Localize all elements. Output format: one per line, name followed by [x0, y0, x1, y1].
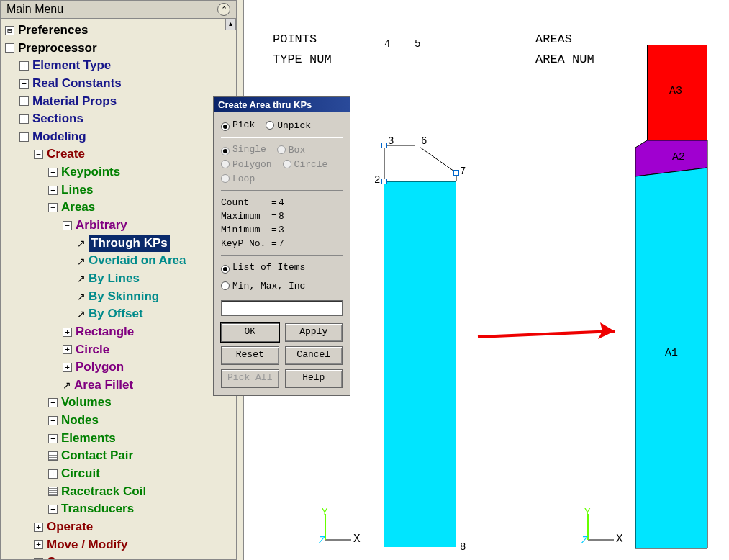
expand-icon[interactable]: +: [63, 328, 72, 337]
help-button[interactable]: Help: [285, 369, 343, 388]
expand-icon[interactable]: +: [34, 558, 43, 559]
tree-item-label[interactable]: Real Constants: [32, 75, 122, 93]
tree-item-label[interactable]: By Offset: [89, 305, 143, 323]
tree-item-label[interactable]: Modeling: [32, 128, 86, 146]
collapse-icon[interactable]: −: [19, 132, 29, 142]
tree-item[interactable]: +Copy: [4, 554, 236, 559]
tree-item[interactable]: −Arbitrary: [4, 217, 236, 235]
kp3-marker[interactable]: [381, 143, 387, 148]
reset-button[interactable]: Reset: [221, 346, 279, 365]
tree-item[interactable]: +Operate: [4, 518, 236, 536]
tree-item-label[interactable]: Material Props: [32, 93, 117, 111]
kp7-marker[interactable]: [453, 170, 459, 176]
tree-item-label[interactable]: Transducers: [61, 500, 134, 518]
tree-item[interactable]: Racetrack Coil: [4, 483, 236, 501]
tree-item-label[interactable]: By Skinning: [89, 288, 159, 306]
tree-item[interactable]: −Create: [4, 145, 236, 163]
cancel-button[interactable]: Cancel: [285, 346, 343, 365]
tree-item[interactable]: +Real Constants: [4, 75, 236, 93]
collapse-icon[interactable]: −: [48, 203, 58, 212]
tree-item-label[interactable]: Polygon: [76, 358, 124, 376]
tree-item-label[interactable]: Circuit: [61, 465, 100, 483]
tree-item[interactable]: −Areas: [4, 199, 236, 217]
tree-item[interactable]: −Preprocessor: [4, 40, 236, 58]
collapse-icon[interactable]: −: [34, 150, 43, 159]
expand-icon[interactable]: +: [48, 398, 58, 407]
kp2-marker[interactable]: [381, 179, 387, 184]
tree-item-label[interactable]: Through KPs: [89, 235, 170, 253]
tree-item-label[interactable]: Lines: [61, 181, 93, 199]
expand-icon[interactable]: +: [63, 363, 72, 372]
tree-item-label[interactable]: Keypoints: [61, 163, 120, 181]
collapse-button[interactable]: ⌃: [217, 3, 230, 16]
tree-item-label[interactable]: Create: [47, 145, 85, 163]
tree-item-label[interactable]: Racetrack Coil: [61, 483, 146, 501]
tree-item-label[interactable]: By Lines: [89, 270, 140, 288]
tree-item[interactable]: +Rectangle: [4, 323, 236, 341]
expand-icon[interactable]: +: [34, 523, 43, 532]
tree-item[interactable]: ↗Through KPs: [4, 235, 236, 253]
list-input[interactable]: [221, 300, 343, 316]
scroll-up-button[interactable]: ▴: [225, 19, 236, 30]
expand-icon[interactable]: +: [48, 434, 58, 443]
tree-item[interactable]: +Transducers: [4, 500, 236, 518]
tree-item-label[interactable]: Arbitrary: [76, 217, 127, 235]
collapse-icon[interactable]: −: [63, 221, 72, 230]
expand-icon[interactable]: +: [48, 168, 58, 177]
tree-item[interactable]: Contact Pair: [4, 447, 236, 465]
tree-item-label[interactable]: Rectangle: [76, 323, 134, 341]
tree-item-label[interactable]: Nodes: [61, 412, 99, 430]
radio-pick[interactable]: Pick: [221, 119, 255, 131]
tree-item[interactable]: +Circuit: [4, 465, 236, 483]
tree-item[interactable]: ⊟Preferences: [4, 22, 236, 40]
expand-icon[interactable]: +: [19, 96, 29, 106]
tree-item-label[interactable]: Elements: [61, 430, 116, 448]
tree-item[interactable]: +Volumes: [4, 394, 236, 412]
tree-item[interactable]: ↗By Offset: [4, 305, 236, 323]
tree-item[interactable]: +Nodes: [4, 412, 236, 430]
tree-item[interactable]: ↗By Skinning: [4, 288, 236, 306]
kp6-marker[interactable]: [415, 143, 420, 148]
expand-icon[interactable]: +: [48, 469, 58, 479]
tree-item[interactable]: +Sections: [4, 110, 236, 128]
tree-item-label[interactable]: Area Fillet: [74, 376, 133, 394]
tree-item[interactable]: ↗Overlaid on Area: [4, 252, 236, 270]
tree-item-label[interactable]: Copy: [47, 554, 78, 559]
tree-item[interactable]: +Material Props: [4, 93, 236, 111]
tree-item[interactable]: ↗By Lines: [4, 270, 236, 288]
tree-item-label[interactable]: Areas: [61, 199, 95, 217]
expand-icon[interactable]: +: [63, 345, 72, 354]
expand-icon[interactable]: +: [19, 114, 29, 124]
tree-item[interactable]: +Keypoints: [4, 163, 236, 181]
expand-icon[interactable]: +: [48, 416, 58, 425]
collapse-icon[interactable]: ⊟: [5, 26, 14, 35]
expand-icon[interactable]: +: [34, 540, 43, 549]
radio-list-items[interactable]: List of Items: [221, 262, 305, 273]
radio-minmax[interactable]: Min, Max, Inc: [221, 280, 305, 292]
tree-item-label[interactable]: Move / Modify: [47, 536, 127, 554]
tree-item-label[interactable]: Volumes: [61, 394, 112, 412]
tree-item[interactable]: +Elements: [4, 430, 236, 448]
expand-icon[interactable]: +: [19, 79, 29, 89]
tree-item[interactable]: −Modeling: [4, 128, 236, 146]
tree-item-label[interactable]: Preprocessor: [18, 40, 97, 58]
tree-item-label[interactable]: Overlaid on Area: [89, 252, 186, 270]
expand-icon[interactable]: +: [19, 61, 29, 71]
expand-icon[interactable]: +: [48, 505, 58, 514]
expand-icon[interactable]: +: [48, 186, 58, 195]
tree-item-label[interactable]: Operate: [47, 518, 93, 536]
collapse-icon[interactable]: −: [5, 43, 14, 53]
radio-unpick[interactable]: Unpick: [266, 119, 311, 131]
ok-button[interactable]: OK: [221, 323, 279, 342]
tree-item[interactable]: +Element Type: [4, 57, 236, 75]
tree-item-label[interactable]: Preferences: [18, 22, 88, 40]
tree-item-label[interactable]: Circle: [76, 341, 109, 359]
apply-button[interactable]: Apply: [285, 323, 343, 342]
tree-item[interactable]: +Circle: [4, 341, 236, 359]
tree-item[interactable]: +Polygon: [4, 358, 236, 376]
tree-item-label[interactable]: Element Type: [32, 57, 111, 75]
tree-item[interactable]: +Lines: [4, 181, 236, 199]
tree-item[interactable]: ↗Area Fillet: [4, 376, 236, 394]
tree-item[interactable]: +Move / Modify: [4, 536, 236, 554]
tree-item-label[interactable]: Contact Pair: [61, 447, 133, 465]
